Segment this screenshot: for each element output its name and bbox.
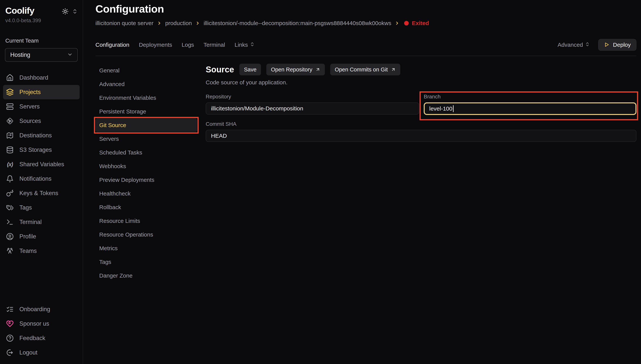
sidebar-item-onboarding[interactable]: Onboarding: [3, 302, 80, 316]
commit-sha-input[interactable]: [206, 130, 636, 142]
sidebar-item-servers[interactable]: Servers: [3, 99, 80, 114]
sidebar-item-label: Profile: [20, 233, 36, 240]
branch-input[interactable]: level-100: [424, 102, 636, 115]
sidebar-item-sponsor-us[interactable]: Sponsor us: [3, 316, 80, 331]
server-icon: [6, 103, 14, 110]
deploy-button[interactable]: Deploy: [598, 39, 636, 51]
chevron-right-icon: [195, 21, 200, 26]
chevron-right-icon: [157, 21, 162, 26]
breadcrumb-environment[interactable]: production: [165, 20, 192, 26]
breadcrumb-resource[interactable]: illicitestonion/-module--decomposition:m…: [204, 20, 391, 26]
commit-sha-field: Commit SHA: [206, 121, 636, 142]
sidebar-item-dashboard[interactable]: Dashboard: [3, 70, 80, 85]
open-repository-button[interactable]: Open Repository: [266, 64, 325, 76]
subnav-item-metrics[interactable]: Metrics: [96, 242, 197, 255]
tab-logs[interactable]: Logs: [182, 42, 194, 48]
subnav-item-git-source[interactable]: Git Source: [96, 118, 197, 132]
tab-deployments[interactable]: Deployments: [139, 42, 172, 48]
sidebar-item-destinations[interactable]: Destinations: [3, 128, 80, 143]
subnav-item-advanced[interactable]: Advanced: [96, 77, 197, 91]
sidebar-item-keys-tokens[interactable]: Keys & Tokens: [3, 186, 80, 200]
text-cursor: [453, 105, 454, 112]
chevrons-up-down-icon: [585, 42, 590, 48]
sidebar-item-feedback[interactable]: Feedback: [3, 331, 80, 346]
subnav-item-environment-variables[interactable]: Environment Variables: [96, 91, 197, 105]
variables-icon: (x): [6, 161, 14, 168]
subnav-item-persistent-storage[interactable]: Persistent Storage: [96, 105, 197, 118]
breadcrumb: illicitonion quote server production ill…: [96, 20, 636, 26]
chevrons-up-down-icon[interactable]: [72, 8, 78, 14]
coolify-app: Coolify v4.0.0-beta.399 Current Team Hos…: [0, 0, 641, 364]
team-select[interactable]: Hosting: [5, 48, 78, 62]
subnav-item-webhooks[interactable]: Webhooks: [96, 160, 197, 173]
sidebar-item-label: Shared Variables: [20, 161, 64, 168]
sidebar-item-terminal[interactable]: Terminal: [3, 215, 80, 229]
subnav-item-tags[interactable]: Tags: [96, 255, 197, 269]
advanced-dropdown[interactable]: Advanced: [557, 42, 590, 48]
sidebar-item-label: Keys & Tokens: [20, 190, 58, 197]
sidebar-item-label: Notifications: [20, 175, 52, 182]
tab-terminal[interactable]: Terminal: [204, 42, 225, 48]
chevrons-up-down-icon: [250, 42, 255, 48]
heart-handshake-icon: [6, 320, 14, 328]
help-circle-icon: [6, 334, 14, 342]
play-icon: [604, 42, 610, 48]
sidebar-item-tags[interactable]: Tags: [3, 200, 80, 215]
subnav-item-scheduled-tasks[interactable]: Scheduled Tasks: [96, 146, 197, 160]
sidebar-item-teams[interactable]: Teams: [3, 244, 80, 258]
status-text: Exited: [412, 20, 429, 26]
sidebar-item-label: Logout: [20, 349, 38, 356]
sidebar-item-logout[interactable]: Logout: [3, 346, 80, 360]
sidebar-item-projects[interactable]: Projects: [3, 85, 80, 99]
sidebar: Coolify v4.0.0-beta.399 Current Team Hos…: [0, 0, 83, 364]
source-heading: Source: [206, 65, 234, 74]
page-title: Configuration: [96, 3, 636, 15]
repository-field: Repository: [206, 94, 419, 115]
sidebar-item-label: Projects: [20, 89, 41, 96]
subnav-item-servers[interactable]: Servers: [96, 132, 197, 146]
branch-label: Branch: [424, 94, 636, 100]
repository-input[interactable]: [206, 102, 419, 114]
sidebar-item-label: Onboarding: [20, 306, 50, 313]
tab-links[interactable]: Links: [235, 42, 255, 48]
sidebar-item-s3-storages[interactable]: S3 Storages: [3, 143, 80, 157]
breadcrumb-project[interactable]: illicitonion quote server: [96, 20, 153, 26]
open-commits-button[interactable]: Open Commits on Git: [330, 64, 400, 76]
tabbar: Configuration Deployments Logs Terminal …: [96, 38, 636, 51]
subnav-item-danger-zone[interactable]: Danger Zone: [96, 269, 197, 282]
current-team-label: Current Team: [5, 38, 80, 44]
home-icon: [6, 74, 14, 82]
user-circle-icon: [6, 233, 14, 240]
branch-field: Branch level-100: [424, 94, 636, 115]
app-logo: Coolify: [5, 5, 34, 16]
arrow-up-right-icon: [315, 67, 320, 72]
source-description: Code source of your application.: [206, 79, 636, 86]
theme-sun-icon[interactable]: [62, 8, 69, 15]
subnav-item-healthcheck[interactable]: Healthcheck: [96, 187, 197, 200]
save-button[interactable]: Save: [239, 64, 261, 76]
sidebar-item-shared-variables[interactable]: (x) Shared Variables: [3, 157, 80, 172]
layers-icon: [6, 88, 14, 96]
sidebar-item-label: Tags: [20, 204, 32, 211]
sidebar-item-label: Terminal: [20, 219, 42, 226]
git-source-icon: [6, 117, 14, 125]
bell-icon: [6, 175, 14, 182]
subnav-item-rollback[interactable]: Rollback: [96, 200, 197, 214]
sidebar-item-label: Dashboard: [20, 74, 48, 81]
subnav-item-general[interactable]: General: [96, 64, 197, 77]
sidebar-item-notifications[interactable]: Notifications: [3, 172, 80, 186]
logout-icon: [6, 349, 14, 356]
sidebar-item-label: Destinations: [20, 132, 52, 139]
tab-configuration[interactable]: Configuration: [96, 42, 129, 48]
chevron-right-icon: [395, 21, 400, 26]
arrow-up-right-icon: [391, 67, 396, 72]
subnav-item-resource-limits[interactable]: Resource Limits: [96, 214, 197, 228]
app-version: v4.0.0-beta.399: [5, 18, 80, 24]
subnav-item-preview-deployments[interactable]: Preview Deployments: [96, 173, 197, 187]
source-form: Repository Branch level-100 Commit SHA: [206, 94, 636, 142]
sidebar-item-label: Teams: [20, 248, 37, 254]
sidebar-item-profile[interactable]: Profile: [3, 229, 80, 244]
subnav-item-resource-operations[interactable]: Resource Operations: [96, 228, 197, 242]
sidebar-item-sources[interactable]: Sources: [3, 114, 80, 128]
key-icon: [6, 190, 14, 197]
